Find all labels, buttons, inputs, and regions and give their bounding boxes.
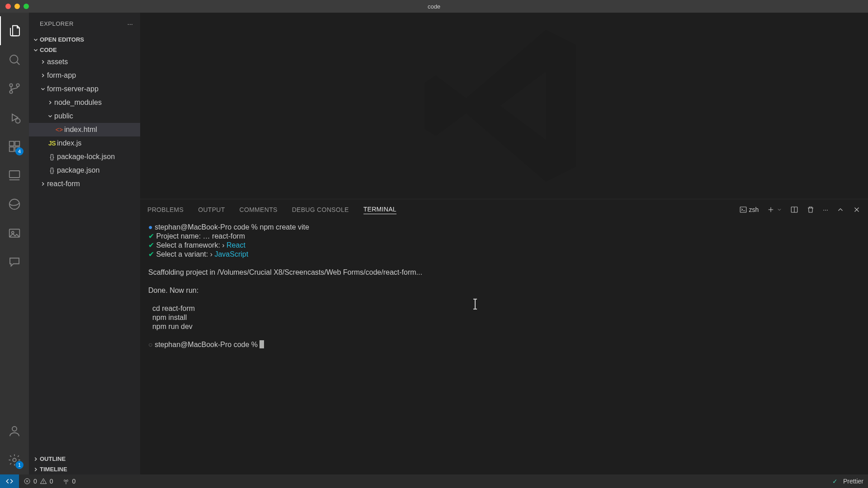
chevron-down-icon (40, 86, 46, 92)
file-index-html[interactable]: <> index.html (29, 123, 140, 136)
activity-accounts[interactable] (0, 417, 29, 446)
prettier-label: Prettier (843, 478, 863, 485)
activity-bar: 4 1 (0, 13, 29, 474)
debug-icon (8, 111, 21, 124)
window-controls (0, 4, 29, 9)
bottom-panel: PROBLEMS OUTPUT COMMENTS DEBUG CONSOLE T… (140, 199, 868, 474)
json-file-icon: {} (47, 153, 57, 160)
kill-terminal-button[interactable] (807, 206, 815, 214)
search-icon (8, 53, 21, 66)
error-count: 0 (33, 478, 37, 485)
svg-rect-9 (9, 147, 14, 151)
editor-area: PROBLEMS OUTPUT COMMENTS DEBUG CONSOLE T… (140, 13, 868, 474)
folder-assets[interactable]: assets (29, 55, 140, 69)
activity-settings[interactable]: 1 (0, 446, 29, 474)
folder-node-modules[interactable]: node_modules (29, 96, 140, 109)
sidebar: EXPLORER ··· OPEN EDITORS CODE assets fo… (29, 13, 140, 474)
tab-comments[interactable]: COMMENTS (240, 206, 278, 213)
open-editors-section[interactable]: OPEN EDITORS (29, 34, 140, 45)
tab-debug-console[interactable]: DEBUG CONSOLE (292, 206, 349, 213)
more-actions-button[interactable]: ··· (823, 206, 828, 213)
folder-label: node_modules (54, 99, 102, 107)
activity-source-control[interactable] (0, 74, 29, 103)
close-window-button[interactable] (5, 4, 11, 9)
statusbar: 0 0 0 ✓ Prettier (0, 474, 868, 488)
terminal-line: Done. Now run: (148, 286, 860, 295)
trash-icon (807, 206, 815, 214)
tab-problems[interactable]: PROBLEMS (147, 206, 184, 213)
file-index-js[interactable]: JS index.js (29, 136, 140, 150)
panel-actions: zsh ··· (739, 206, 861, 214)
main-layout: 4 1 EXPLORER ··· OPEN EDITORS (0, 13, 868, 474)
terminal-line: ✔ Project name: … react-form (148, 232, 860, 241)
folder-react-form[interactable]: react-form (29, 177, 140, 191)
remote-icon (5, 477, 14, 485)
status-prettier[interactable]: ✓ Prettier (828, 478, 868, 485)
text-caret (475, 300, 476, 309)
activity-media[interactable] (0, 219, 29, 248)
new-terminal-button[interactable] (767, 206, 782, 214)
outline-label: OUTLINE (40, 455, 66, 462)
json-file-icon: {} (47, 167, 57, 174)
html-file-icon: <> (54, 126, 64, 133)
sidebar-title: EXPLORER (40, 20, 74, 27)
minimize-window-button[interactable] (14, 4, 20, 9)
folder-form-app[interactable]: form-app (29, 69, 140, 82)
close-panel-button[interactable] (853, 206, 861, 214)
terminal-line: Scaffolding project in /Volumes/Crucial … (148, 268, 860, 277)
terminal-line: ✔ Select a framework: › React (148, 241, 860, 250)
maximize-window-button[interactable] (24, 4, 29, 9)
tab-output[interactable]: OUTPUT (198, 206, 225, 213)
workspace-section[interactable]: CODE (29, 45, 140, 55)
maximize-panel-button[interactable] (836, 206, 844, 214)
chevron-down-icon (33, 37, 39, 43)
ports-count: 0 (72, 478, 76, 485)
status-problems[interactable]: 0 0 (19, 478, 58, 485)
timeline-section[interactable]: TIMELINE (29, 464, 140, 474)
outline-section[interactable]: OUTLINE (29, 454, 140, 464)
remote-indicator[interactable] (0, 474, 19, 488)
chevron-right-icon (33, 456, 39, 462)
tab-terminal[interactable]: TERMINAL (363, 206, 396, 214)
sidebar-more-button[interactable]: ··· (127, 20, 133, 28)
activity-edge-tools[interactable] (0, 190, 29, 219)
folder-label: react-form (47, 180, 80, 188)
activity-extensions[interactable]: 4 (0, 132, 29, 161)
warning-icon (40, 478, 47, 485)
svg-rect-7 (9, 141, 14, 146)
terminal-line (148, 295, 860, 304)
svg-point-2 (9, 84, 12, 86)
git-branch-icon (8, 82, 21, 95)
js-file-icon: JS (47, 140, 57, 147)
chevron-down-icon (47, 113, 53, 119)
file-package-lock[interactable]: {} package-lock.json (29, 150, 140, 164)
activity-search[interactable] (0, 45, 29, 74)
activity-remote-explorer[interactable] (0, 161, 29, 190)
activity-explorer[interactable] (0, 16, 29, 45)
chevron-right-icon (40, 59, 46, 65)
remote-explorer-icon (8, 169, 21, 182)
editor-empty-state (140, 13, 868, 199)
folder-form-server-app[interactable]: form-server-app (29, 82, 140, 96)
window-title: code (428, 3, 440, 10)
activity-run-debug[interactable] (0, 103, 29, 132)
chevron-down-icon (33, 47, 39, 53)
activity-comments[interactable] (0, 248, 29, 277)
svg-point-30 (43, 483, 43, 483)
radio-tower-icon (62, 478, 70, 485)
workspace-label: CODE (40, 47, 57, 53)
status-ports[interactable]: 0 (58, 478, 80, 485)
folder-label: form-server-app (47, 85, 99, 93)
svg-line-1 (17, 62, 19, 65)
sidebar-header: EXPLORER ··· (29, 13, 140, 34)
terminal-line: npm run dev (148, 322, 860, 331)
svg-point-4 (16, 84, 19, 86)
folder-label: assets (47, 58, 68, 66)
terminal-content[interactable]: ● stephan@MacBook-Pro code % npm create … (140, 220, 868, 474)
chevron-right-icon (47, 99, 53, 106)
terminal-profile-button[interactable]: zsh (739, 206, 759, 214)
split-terminal-button[interactable] (790, 206, 798, 214)
svg-point-31 (65, 480, 66, 481)
folder-public[interactable]: public (29, 109, 140, 123)
file-package-json[interactable]: {} package.json (29, 164, 140, 177)
